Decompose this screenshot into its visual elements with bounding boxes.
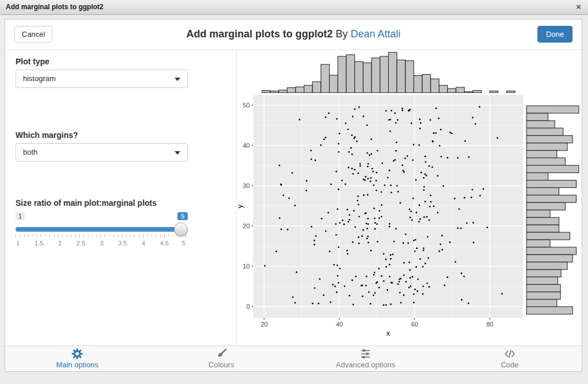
slider-grid-label: 3 <box>100 240 103 247</box>
svg-text:60: 60 <box>411 321 418 328</box>
window-title: Add marginal plots to ggplot2 <box>6 3 103 11</box>
gadget-dialog: Cancel Add marginal plots to ggplot2 By … <box>5 19 582 372</box>
slider-grid-label: 4 <box>142 240 145 247</box>
plot-type-value: histogram <box>23 74 56 83</box>
right-marginal-histogram <box>527 106 579 314</box>
svg-text:40: 40 <box>336 321 343 328</box>
x-axis-title: x <box>386 329 390 337</box>
slider-grid-label: 4.5 <box>160 240 169 247</box>
page-title: Add marginal plots to ggplot2 By Dean At… <box>5 28 582 40</box>
margins-select[interactable]: both <box>16 143 188 162</box>
tab-label: Colours <box>208 360 234 369</box>
marginal-plot-figure: 0102030405020406080xy <box>237 50 583 347</box>
plot-preview: 0102030405020406080xy <box>237 50 582 345</box>
y-axis-title: y <box>237 204 244 208</box>
tab-label: Advanced options <box>336 360 395 369</box>
slider-grid-label: 2 <box>58 240 61 247</box>
svg-text:30: 30 <box>243 182 250 189</box>
slider-min-label: 1 <box>16 212 25 220</box>
gadget-content: Plot type histogram Which margins? both … <box>5 50 582 345</box>
gadget-title-by: By <box>332 28 350 40</box>
code-icon <box>504 349 516 359</box>
tab-colours[interactable]: Colours <box>149 346 293 371</box>
size-ratio-slider[interactable]: 1 5 1 1.5 2 2.5 3 3.5 4 <box>16 212 188 249</box>
top-marginal-histogram <box>262 52 515 93</box>
footer-tabbar: Main options Colours <box>5 345 582 371</box>
gadget-header: Cancel Add marginal plots to ggplot2 By … <box>5 20 582 50</box>
app-window: Add marginal plots to ggplot2 × Cancel A… <box>0 0 588 384</box>
slider-grid-label: 1 <box>16 240 20 247</box>
done-button[interactable]: Done <box>537 26 572 43</box>
tab-label: Main options <box>56 360 99 369</box>
slider-grid-label: 1.5 <box>34 240 43 247</box>
brush-icon <box>216 349 227 359</box>
margins-group: Which margins? both <box>16 130 188 162</box>
slider-grid <box>16 234 185 240</box>
svg-text:0: 0 <box>246 303 250 310</box>
gadget-title-text: Add marginal plots to ggplot2 <box>186 28 332 40</box>
tab-label: Code <box>501 360 519 369</box>
svg-text:20: 20 <box>243 222 250 229</box>
margins-label: Which margins? <box>16 130 188 140</box>
author-link[interactable]: Dean Attali <box>350 28 400 40</box>
main-plot-panel <box>253 95 523 318</box>
plot-type-label: Plot type <box>16 57 188 66</box>
slider-grid-label: 3.5 <box>118 240 127 247</box>
close-icon[interactable]: × <box>576 2 581 11</box>
margins-value: both <box>23 148 37 156</box>
gear-icon <box>72 349 83 359</box>
tab-code[interactable]: Code <box>438 346 582 371</box>
chevron-down-icon <box>175 78 180 81</box>
plot-type-group: Plot type histogram <box>16 57 188 88</box>
sliders-icon <box>360 349 371 359</box>
svg-text:20: 20 <box>261 321 268 328</box>
tab-main-options[interactable]: Main options <box>5 346 149 371</box>
options-panel: Plot type histogram Which margins? both … <box>5 50 237 345</box>
slider-track[interactable] <box>16 227 188 232</box>
svg-text:80: 80 <box>486 321 493 328</box>
window-titlebar: Add marginal plots to ggplot2 × <box>0 0 588 15</box>
svg-text:50: 50 <box>243 102 250 109</box>
tab-advanced-options[interactable]: Advanced options <box>293 346 438 371</box>
slider-value-badge: 5 <box>177 212 188 220</box>
slider-grid-label: 2.5 <box>76 240 85 247</box>
chevron-down-icon <box>175 151 180 155</box>
slider-grid-label: 5 <box>182 240 185 247</box>
size-ratio-group: Size ratio of main plot:marginal plots 1… <box>16 198 191 249</box>
svg-text:40: 40 <box>243 142 250 149</box>
slider-grid-labels: 1 1.5 2 2.5 3 3.5 4 4.5 5 <box>16 240 185 248</box>
size-ratio-label: Size ratio of main plot:marginal plots <box>16 198 191 208</box>
plot-type-select[interactable]: histogram <box>16 70 188 88</box>
svg-text:10: 10 <box>243 263 250 270</box>
